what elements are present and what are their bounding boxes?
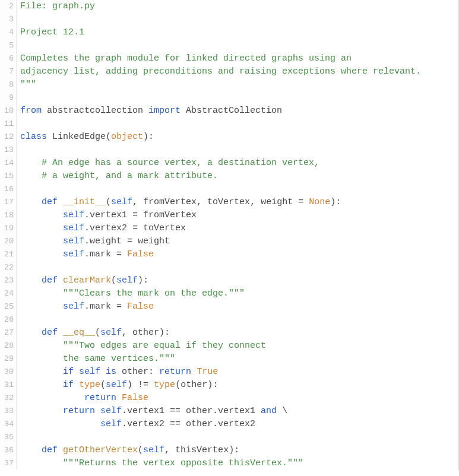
- line-number: 28: [0, 339, 14, 353]
- code-line[interactable]: [20, 39, 458, 52]
- code-line[interactable]: def __init__(self, fromVertex, toVertex,…: [20, 196, 458, 209]
- code-line[interactable]: if type(self) != type(other):: [20, 379, 458, 392]
- code-line[interactable]: File: graph.py: [20, 0, 458, 13]
- code-line[interactable]: [20, 13, 458, 26]
- code-token: abstractcollection: [42, 106, 148, 116]
- code-line[interactable]: self.weight = weight: [20, 235, 458, 248]
- code-token: self: [111, 197, 132, 207]
- code-line[interactable]: [20, 91, 458, 104]
- code-line[interactable]: Completes the graph module for linked di…: [20, 52, 458, 65]
- code-line[interactable]: [20, 313, 458, 326]
- code-editor[interactable]: 2345678910111213141516171819202122232425…: [0, 0, 459, 470]
- code-token: .vertex2 = toVertex: [84, 223, 186, 233]
- code-line[interactable]: """: [20, 78, 458, 91]
- code-line[interactable]: return self.vertex1 == other.vertex1 and…: [20, 405, 458, 418]
- code-line[interactable]: return False: [20, 392, 458, 405]
- code-line[interactable]: [20, 144, 458, 157]
- code-token: from: [20, 106, 42, 116]
- code-token: self: [63, 236, 84, 246]
- code-token: self: [100, 419, 122, 429]
- code-line[interactable]: self.vertex1 = fromVertex: [20, 209, 458, 222]
- code-token: """Clears the mark on the edge.""": [63, 288, 245, 299]
- code-line[interactable]: [20, 261, 458, 274]
- line-number: 37: [0, 457, 14, 470]
- line-number: 4: [0, 26, 14, 39]
- code-token: [58, 445, 63, 455]
- code-token: .weight = weight: [84, 236, 170, 246]
- code-line[interactable]: self.mark = False: [20, 300, 458, 313]
- code-token: adjacency list, adding preconditions and…: [20, 66, 421, 77]
- code-line[interactable]: [20, 183, 458, 196]
- code-line[interactable]: # a weight, and a mark attribute.: [20, 170, 458, 183]
- code-token: [20, 341, 63, 351]
- code-line[interactable]: class LinkedEdge(object):: [20, 131, 458, 144]
- code-token: [20, 328, 42, 338]
- code-line[interactable]: [20, 118, 458, 131]
- code-token: (: [138, 445, 143, 455]
- code-token: def: [42, 197, 58, 207]
- code-token: .mark =: [84, 302, 127, 312]
- line-number: 35: [0, 431, 14, 444]
- line-number: 9: [0, 91, 14, 104]
- line-number: 31: [0, 379, 14, 392]
- line-number-gutter: 2345678910111213141516171819202122232425…: [0, 0, 17, 470]
- code-token: .vertex2 == other.vertex2: [122, 419, 255, 429]
- code-token: [95, 406, 100, 416]
- code-line[interactable]: def clearMark(self):: [20, 274, 458, 287]
- code-line[interactable]: the same vertices.""": [20, 353, 458, 366]
- line-number: 30: [0, 366, 14, 379]
- code-token: [116, 393, 122, 403]
- code-line[interactable]: # An edge has a source vertex, a destina…: [20, 157, 458, 170]
- code-token: [20, 458, 63, 468]
- line-number: 32: [0, 392, 14, 405]
- code-line[interactable]: if self is other: return True: [20, 366, 458, 379]
- code-token: AbstractCollection: [181, 106, 282, 116]
- code-token: other:: [116, 367, 159, 377]
- code-token: self: [100, 328, 122, 338]
- code-token: [20, 275, 42, 285]
- line-number: 36: [0, 444, 14, 457]
- line-number: 34: [0, 418, 14, 431]
- code-token: [100, 367, 106, 377]
- code-line[interactable]: adjacency list, adding preconditions and…: [20, 65, 458, 78]
- code-line[interactable]: self.mark = False: [20, 248, 458, 261]
- code-token: ):: [330, 197, 341, 207]
- code-token: [20, 419, 100, 429]
- code-line[interactable]: Project 12.1: [20, 26, 458, 39]
- code-token: , thisVertex):: [164, 445, 239, 455]
- code-token: type: [79, 380, 100, 390]
- code-token: [58, 328, 63, 338]
- code-area[interactable]: File: graph.py Project 12.1 Completes th…: [17, 0, 458, 470]
- code-line[interactable]: def __eq__(self, other):: [20, 326, 458, 339]
- code-token: # An edge has a source vertex, a destina…: [20, 158, 319, 168]
- code-line[interactable]: """Returns the vertex opposite thisVerte…: [20, 457, 458, 470]
- code-token: """Two edges are equal if they connect: [63, 341, 266, 351]
- code-token: (: [106, 197, 111, 207]
- code-token: the same vertices.""": [20, 354, 175, 364]
- code-token: [20, 406, 63, 416]
- line-number: 27: [0, 326, 14, 339]
- line-number: 5: [0, 39, 14, 52]
- code-token: File: graph.py: [20, 1, 95, 11]
- code-token: self: [143, 445, 164, 455]
- code-token: [20, 236, 63, 246]
- code-token: return: [159, 367, 191, 377]
- code-line[interactable]: def getOtherVertex(self, thisVertex):: [20, 444, 458, 457]
- code-token: [74, 380, 79, 390]
- code-token: Completes the graph module for linked di…: [20, 53, 352, 64]
- code-token: clearMark: [63, 275, 111, 285]
- code-line[interactable]: """Two edges are equal if they connect: [20, 339, 458, 353]
- line-number: 14: [0, 157, 14, 170]
- line-number: 12: [0, 131, 14, 144]
- code-token: [191, 367, 197, 377]
- line-number: 25: [0, 300, 14, 313]
- code-token: (other):: [175, 380, 218, 390]
- code-token: self: [63, 210, 84, 220]
- code-line[interactable]: [20, 431, 458, 444]
- code-token: [20, 249, 63, 259]
- line-number: 21: [0, 248, 14, 261]
- code-line[interactable]: self.vertex2 == other.vertex2: [20, 418, 458, 431]
- code-line[interactable]: """Clears the mark on the edge.""": [20, 287, 458, 300]
- code-line[interactable]: from abstractcollection import AbstractC…: [20, 104, 458, 118]
- code-line[interactable]: self.vertex2 = toVertex: [20, 222, 458, 235]
